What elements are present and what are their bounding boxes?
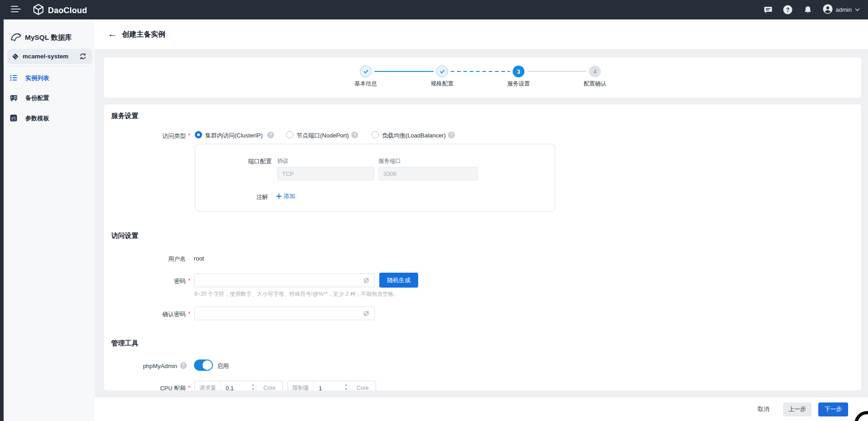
section-title-service: 服务设置 (111, 112, 138, 120)
limit-label: 限制量 (288, 381, 314, 390)
user-menu[interactable]: admin (823, 4, 860, 16)
product-name: MySQL 数据库 (25, 33, 72, 43)
phpmyadmin-help-icon[interactable]: ? (180, 362, 187, 369)
request-label: 请求量 (195, 381, 221, 390)
confirm-eye-off-icon[interactable] (363, 310, 370, 317)
annotation-label: 注解 (195, 193, 268, 201)
page-title: 创建主备实例 (122, 30, 165, 39)
spin-up-icon[interactable]: ▲ (344, 383, 348, 386)
wizard-footer: 取消 上一步 下一步 (95, 397, 868, 421)
sidebar-item-label: 备份配置 (25, 94, 49, 102)
clusterip-help-icon[interactable]: ? (267, 132, 274, 138)
workspace-icon (12, 53, 19, 62)
plus-icon (276, 194, 282, 199)
toggle-state-label: 启用 (217, 362, 229, 370)
cpu-quota-label: CPU 配额 (104, 384, 186, 390)
section-title-tools: 管理工具 (111, 339, 138, 348)
sidebar-item-backup-config[interactable]: 备份配置 (4, 90, 95, 106)
username-value: root (194, 255, 204, 262)
sidebar-item-label: 实例列表 (25, 74, 49, 82)
step-2-label: 规格配置 (417, 80, 467, 88)
left-edge-strip (0, 19, 4, 421)
step-connector (451, 71, 510, 72)
spin-down-icon[interactable]: ▼ (344, 388, 348, 390)
radio-nodeport-label[interactable]: 节点端口(NodePort) (297, 132, 349, 140)
password-hint: 8~20 个字符，使用数字、大小写字母、特殊符号!@%^*，至少 2 种；不能包… (194, 290, 399, 298)
cpu-limit-group: 限制量 ▲▼ Core (288, 381, 376, 390)
service-settings-form: 服务设置 访问类型 * 集群内访问(ClusterIP) ? 节点端口(Node… (104, 104, 861, 390)
step-4-label: 配置确认 (570, 80, 620, 88)
confirm-password-input[interactable] (194, 307, 375, 320)
backup-vault-icon (9, 94, 18, 104)
topbar: DaoCloud ? admin (0, 0, 868, 19)
list-icon (9, 74, 18, 84)
access-type-label: 访问类型 (104, 132, 186, 140)
random-generate-button[interactable]: 随机生成 (379, 273, 418, 288)
back-arrow-icon[interactable]: ← (108, 28, 117, 40)
step-3-indicator: 3 (513, 66, 524, 77)
prev-step-button[interactable]: 上一步 (783, 402, 811, 416)
menu-icon[interactable] (11, 6, 21, 14)
required-asterisk: * (188, 132, 190, 139)
phpmyadmin-toggle[interactable] (194, 360, 213, 371)
required-asterisk: * (188, 277, 190, 284)
cpu-unit-label: Core (349, 381, 376, 390)
radio-loadbalancer[interactable] (372, 131, 379, 138)
add-annotation-link[interactable]: 添加 (276, 192, 295, 200)
confirm-password-label: 确认密码 (104, 310, 186, 318)
step-connector (374, 71, 434, 72)
sidebar-divider (7, 66, 90, 66)
radio-clusterip-label[interactable]: 集群内访问(ClusterIP) (205, 132, 263, 140)
password-label: 密码 (104, 277, 186, 285)
mysql-dolphin-icon (10, 30, 23, 45)
step-3-label: 服务设置 (494, 80, 543, 88)
phpmyadmin-label: phpMyAdmin (104, 363, 177, 369)
service-port-label: 服务端口 (378, 157, 401, 165)
content-area: 3 4 基本信息 规格配置 服务设置 配置确认 服务设置 访问类型 * 集群内访… (95, 49, 868, 397)
workspace-selector[interactable]: mcamel-system (7, 49, 92, 64)
section-title-access: 访问设置 (111, 232, 138, 240)
parameter-template-icon: ( ) (9, 114, 18, 124)
svg-text:?: ? (786, 7, 790, 13)
bell-icon[interactable] (803, 5, 813, 15)
username-label: 用户名 (104, 255, 186, 263)
radio-clusterip[interactable] (195, 131, 202, 138)
protocol-label: 协议 (277, 157, 288, 165)
step-4-indicator: 4 (589, 66, 601, 77)
step-2-indicator (436, 66, 448, 77)
switch-workspace-icon[interactable] (79, 52, 87, 62)
sidebar-item-parameter-template[interactable]: ( ) 参数模板 (4, 110, 95, 126)
required-asterisk: * (188, 384, 190, 390)
password-input[interactable] (194, 274, 375, 287)
stepper: 3 4 基本信息 规格配置 服务设置 配置确认 (104, 57, 861, 98)
sidebar-item-label: 参数模板 (25, 114, 49, 123)
corner-widget-partial (854, 411, 868, 421)
product-header: MySQL 数据库 (4, 29, 95, 45)
next-step-button[interactable]: 下一步 (818, 402, 848, 416)
spin-up-icon[interactable]: ▲ (251, 383, 255, 386)
main-area: ← 创建主备实例 3 4 基本信息 规格配置 服务设置 配置确认 服务设置 (95, 19, 868, 421)
sidebar: MySQL 数据库 mcamel-system 实例列表 备份配置 ( ) 参数… (4, 19, 95, 421)
radio-loadbalancer-label[interactable]: 负载均衡(LoadBalancer) (382, 132, 446, 140)
service-port-input (378, 167, 478, 180)
cancel-button[interactable]: 取消 (758, 405, 769, 413)
workspace-name: mcamel-system (23, 53, 68, 60)
cpu-request-input[interactable] (221, 381, 256, 390)
sidebar-item-instance-list[interactable]: 实例列表 (4, 70, 95, 86)
username-label: admin (836, 6, 852, 13)
spin-down-icon[interactable]: ▼ (251, 388, 255, 390)
cpu-limit-input[interactable] (314, 381, 349, 390)
brand[interactable]: DaoCloud (33, 4, 87, 17)
cpu-request-group: 请求量 ▲▼ Core (194, 381, 283, 390)
password-eye-off-icon[interactable] (363, 277, 370, 284)
help-icon[interactable]: ? (783, 5, 793, 15)
required-asterisk: * (188, 310, 190, 317)
chat-icon[interactable] (763, 5, 773, 15)
avatar-icon (823, 4, 833, 16)
chevron-down-icon (855, 8, 860, 11)
port-config-label: 端口配置 (195, 157, 272, 166)
step-1-label: 基本信息 (341, 80, 391, 88)
loadbalancer-help-icon[interactable]: ? (448, 132, 455, 138)
radio-nodeport[interactable] (286, 131, 293, 138)
nodeport-help-icon[interactable]: ? (351, 132, 358, 138)
